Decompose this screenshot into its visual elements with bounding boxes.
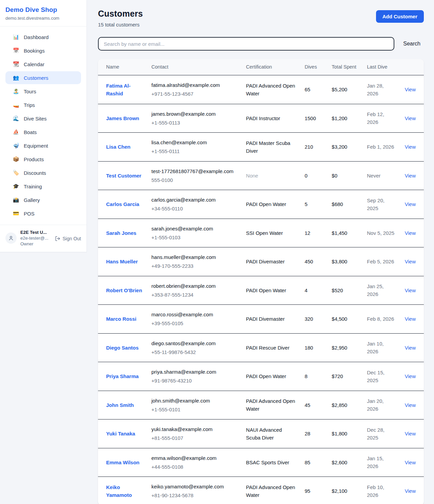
sidebar-item-products[interactable]: 📦 Products <box>5 153 81 166</box>
calendar-icon: 📆 <box>12 61 20 67</box>
customer-last-dive: Jan 15, 2026 <box>367 455 383 469</box>
wave-icon: 🌊 <box>12 115 20 122</box>
sidebar-item-discounts[interactable]: 🏷️ Discounts <box>5 166 81 179</box>
customer-phone: +1-555-0113 <box>152 119 238 127</box>
sign-out-button[interactable]: Sign Out <box>55 235 81 241</box>
customer-email: test-1772681807767@example.com <box>152 167 238 175</box>
customer-dives: 210 <box>304 144 313 150</box>
sidebar-item-training[interactable]: 🎓 Training <box>5 180 81 193</box>
sidebar-footer: E2E Test U... e2e-tester@... Owner Sign … <box>0 225 86 252</box>
customer-certification: PADI Master Scuba Diver <box>246 140 291 154</box>
customer-name-link[interactable]: Emma Wilson <box>106 460 139 465</box>
column-header-total-spent: Total Spent <box>328 59 363 75</box>
diving-mask-icon: 🤿 <box>12 143 20 149</box>
table-header-row: Name Contact Certification Dives Total S… <box>98 59 424 75</box>
view-customer-link[interactable]: View <box>405 402 416 408</box>
view-customer-link[interactable]: View <box>405 460 416 465</box>
view-customer-link[interactable]: View <box>405 201 416 207</box>
customer-total-spent: $3,800 <box>332 259 347 264</box>
customer-phone: +34-555-0110 <box>152 205 238 212</box>
customer-name-link[interactable]: Yuki Tanaka <box>106 431 135 436</box>
user-role: Owner <box>20 241 51 246</box>
person-icon <box>8 235 14 241</box>
view-customer-link[interactable]: View <box>405 230 416 236</box>
view-customer-link[interactable]: View <box>405 144 416 150</box>
customer-phone: +353-87-555-1234 <box>152 291 238 299</box>
table-row: Yuki Tanaka yuki.tanaka@example.com +81-… <box>98 419 424 448</box>
customer-dives: 95 <box>304 488 310 494</box>
table-row: Lisa Chen lisa.chen@example.com +1-555-0… <box>98 133 424 162</box>
customer-total-spent: $2,100 <box>332 488 347 494</box>
customer-name-link[interactable]: Fatima Al-Rashid <box>106 83 131 96</box>
customer-certification: PADI Open Water <box>246 287 286 293</box>
customer-email: carlos.garcia@example.com <box>152 196 238 204</box>
customer-dives: 28 <box>304 431 310 436</box>
column-header-dives: Dives <box>300 59 328 75</box>
nav-item-label: Dashboard <box>24 34 48 40</box>
view-customer-link[interactable]: View <box>405 259 416 264</box>
sidebar: Demo Dive Shop demo.test.divestreams.com… <box>0 0 87 252</box>
nav-item-label: Calendar <box>24 61 44 67</box>
search-button[interactable]: Search <box>394 38 424 50</box>
sidebar-item-gallery[interactable]: 📸 Gallery <box>5 193 81 206</box>
sidebar-item-trips[interactable]: 🚤 Trips <box>5 98 81 111</box>
nav-item-label: Discounts <box>24 170 46 176</box>
add-customer-button[interactable]: Add Customer <box>376 10 424 23</box>
customer-certification: None <box>246 173 258 179</box>
customer-last-dive: Feb 10, 2026 <box>367 484 384 498</box>
customer-name-link[interactable]: Carlos Garcia <box>106 201 139 207</box>
sidebar-item-bookings[interactable]: 📅 Bookings <box>5 44 81 57</box>
search-bar: Search <box>98 37 424 51</box>
customer-name-link[interactable]: Marco Rossi <box>106 316 136 322</box>
customer-name-link[interactable]: Priya Sharma <box>106 373 139 379</box>
view-customer-link[interactable]: View <box>405 173 416 179</box>
sidebar-item-dashboard[interactable]: 📊 Dashboard <box>5 31 81 43</box>
view-customer-link[interactable]: View <box>405 87 416 92</box>
shop-name: Demo Dive Shop <box>5 6 81 14</box>
customer-dives: 65 <box>304 87 310 92</box>
customer-name-link[interactable]: Test Customer <box>106 173 141 179</box>
search-input[interactable] <box>98 37 394 51</box>
customer-certification: PADI Advanced Open Water <box>246 484 295 498</box>
customer-name-link[interactable]: Robert O'Brien <box>106 287 142 293</box>
view-customer-link[interactable]: View <box>405 488 416 494</box>
customer-dives: 85 <box>304 460 310 465</box>
customer-total-spent: $1,800 <box>332 431 347 436</box>
table-row: John Smith john.smith@example.com +1-555… <box>98 391 424 419</box>
view-customer-link[interactable]: View <box>405 316 416 322</box>
sidebar-item-calendar[interactable]: 📆 Calendar <box>5 58 81 71</box>
view-customer-link[interactable]: View <box>405 431 416 436</box>
sidebar-item-equipment[interactable]: 🤿 Equipment <box>5 139 81 152</box>
sailboat-icon: ⛵ <box>12 129 20 135</box>
customer-name-link[interactable]: Hans Mueller <box>106 259 138 264</box>
sidebar-item-customers[interactable]: 👥 Customers <box>5 71 81 84</box>
customer-name-link[interactable]: Diego Santos <box>106 345 139 351</box>
table-row: Fatima Al-Rashid fatima.alrashid@example… <box>98 75 424 104</box>
avatar <box>5 232 17 244</box>
customer-email: james.brown@example.com <box>152 110 238 118</box>
customer-certification: BSAC Sports Diver <box>246 460 290 465</box>
customer-certification: PADI Open Water <box>246 201 286 207</box>
sidebar-item-dive-sites[interactable]: 🌊 Dive Sites <box>5 112 81 125</box>
view-customer-link[interactable]: View <box>405 345 416 351</box>
customer-total-spent: $2,850 <box>332 402 347 408</box>
customer-name-link[interactable]: Lisa Chen <box>106 144 131 150</box>
customer-name-link[interactable]: Keiko Yamamoto <box>106 484 132 498</box>
customer-dives: 0 <box>304 173 307 179</box>
nav-item-label: Trips <box>24 102 35 108</box>
view-customer-link[interactable]: View <box>405 287 416 293</box>
sign-out-icon <box>55 236 60 241</box>
customer-dives: 1500 <box>304 115 316 121</box>
customer-email: sarah.jones@example.com <box>152 225 238 232</box>
sidebar-item-boats[interactable]: ⛵ Boats <box>5 126 81 138</box>
customer-name-link[interactable]: James Brown <box>106 115 139 121</box>
customer-name-link[interactable]: John Smith <box>106 402 134 408</box>
view-customer-link[interactable]: View <box>405 115 416 121</box>
customer-name-link[interactable]: Sarah Jones <box>106 230 136 236</box>
view-customer-link[interactable]: View <box>405 373 416 379</box>
sidebar-item-tours[interactable]: 🏝️ Tours <box>5 85 81 98</box>
customer-certification: SSI Open Water <box>246 230 283 236</box>
customer-certification: PADI Rescue Diver <box>246 345 290 351</box>
sidebar-item-pos[interactable]: 💳 POS <box>5 207 81 220</box>
user-block: E2E Test U... e2e-tester@... Owner <box>20 230 51 246</box>
